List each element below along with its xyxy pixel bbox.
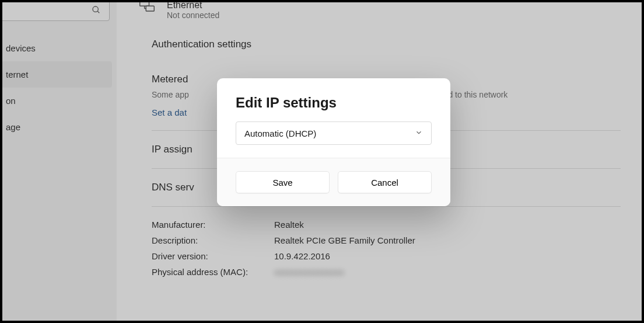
cancel-button[interactable]: Cancel bbox=[338, 171, 432, 193]
chevron-down-icon bbox=[415, 128, 423, 138]
save-button[interactable]: Save bbox=[236, 171, 330, 193]
ip-mode-select[interactable]: Automatic (DHCP) bbox=[236, 121, 432, 145]
edit-ip-settings-dialog: Edit IP settings Automatic (DHCP) Save C… bbox=[217, 78, 450, 206]
select-value: Automatic (DHCP) bbox=[244, 128, 316, 138]
dialog-title: Edit IP settings bbox=[236, 95, 432, 111]
